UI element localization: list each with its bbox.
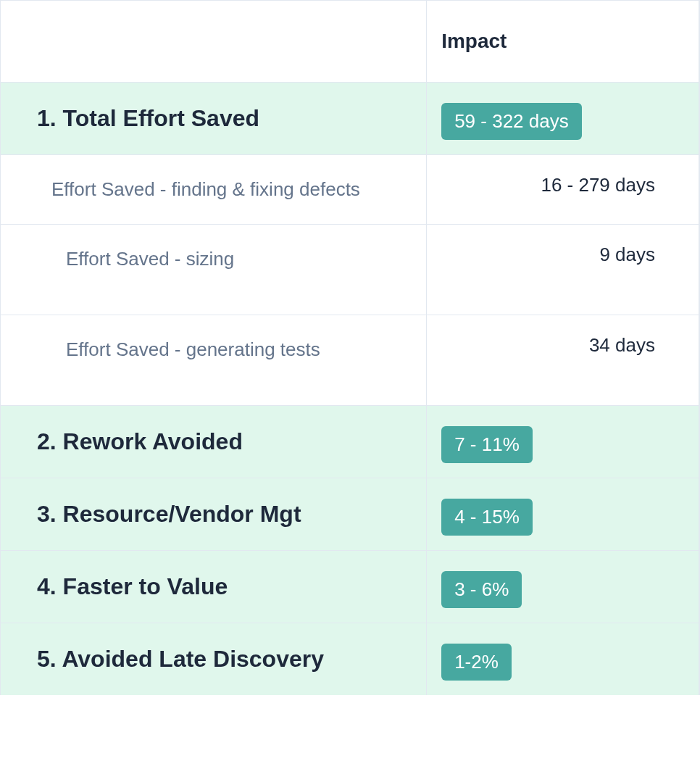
table-row: 1. Total Effort Saved 59 - 322 days bbox=[1, 83, 700, 155]
impact-badge: 7 - 11% bbox=[441, 426, 533, 463]
row-label: Effort Saved - generating tests bbox=[1, 315, 427, 406]
row-impact-cell: 16 - 279 days bbox=[427, 155, 699, 225]
row-impact-cell: 7 - 11% bbox=[427, 406, 699, 478]
table-row: Effort Saved - sizing 9 days bbox=[1, 225, 700, 315]
row-impact-cell: 3 - 6% bbox=[427, 551, 699, 623]
row-label: 4. Faster to Value bbox=[1, 551, 427, 623]
row-label: 3. Resource/Vendor Mgt bbox=[1, 478, 427, 551]
impact-badge: 1-2% bbox=[441, 644, 512, 681]
row-label: Effort Saved - sizing bbox=[1, 225, 427, 315]
table-row: Effort Saved - finding & fixing defects … bbox=[1, 155, 700, 225]
row-label: 1. Total Effort Saved bbox=[1, 83, 427, 155]
row-impact-cell: 4 - 15% bbox=[427, 478, 699, 551]
row-impact-cell: 34 days bbox=[427, 315, 699, 406]
table-row: Effort Saved - generating tests 34 days bbox=[1, 315, 700, 406]
impact-badge: 3 - 6% bbox=[441, 571, 522, 608]
header-impact: Impact bbox=[427, 1, 699, 83]
impact-badge: 4 - 15% bbox=[441, 499, 533, 536]
row-edge bbox=[699, 623, 699, 696]
row-edge bbox=[699, 551, 699, 623]
impact-badge: 59 - 322 days bbox=[441, 103, 582, 140]
row-edge bbox=[699, 155, 699, 225]
row-edge bbox=[699, 315, 699, 406]
row-impact-cell: 59 - 322 days bbox=[427, 83, 699, 155]
row-impact-cell: 1-2% bbox=[427, 623, 699, 696]
row-edge bbox=[699, 478, 699, 551]
row-label: Effort Saved - finding & fixing defects bbox=[1, 155, 427, 225]
table-row: 4. Faster to Value 3 - 6% bbox=[1, 551, 700, 623]
header-empty bbox=[1, 1, 427, 83]
impact-text: 16 - 279 days bbox=[441, 170, 684, 201]
header-row: Impact bbox=[1, 1, 700, 83]
row-edge bbox=[699, 225, 699, 315]
table-row: 5. Avoided Late Discovery 1-2% bbox=[1, 623, 700, 696]
row-label: 2. Rework Avoided bbox=[1, 406, 427, 478]
row-edge bbox=[699, 83, 699, 155]
impact-text: 34 days bbox=[441, 330, 684, 361]
table-row: 2. Rework Avoided 7 - 11% bbox=[1, 406, 700, 478]
table-row: 3. Resource/Vendor Mgt 4 - 15% bbox=[1, 478, 700, 551]
row-impact-cell: 9 days bbox=[427, 225, 699, 315]
row-label: 5. Avoided Late Discovery bbox=[1, 623, 427, 696]
header-edge bbox=[699, 1, 699, 83]
impact-text: 9 days bbox=[441, 239, 684, 270]
impact-table: Impact 1. Total Effort Saved 59 - 322 da… bbox=[0, 0, 700, 695]
row-edge bbox=[699, 406, 699, 478]
